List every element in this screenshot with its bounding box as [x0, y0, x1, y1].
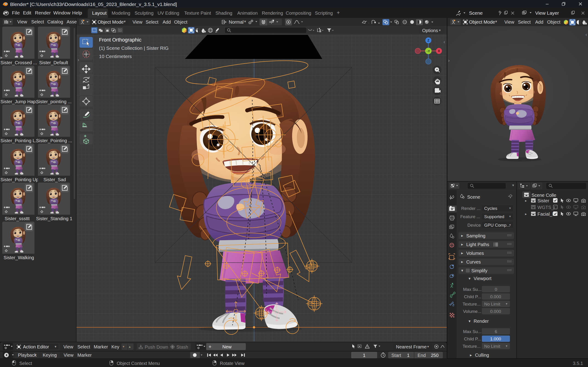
svg-text:-Y: -Y — [427, 49, 430, 53]
svg-text:Z: Z — [427, 39, 430, 42]
svg-text:X: X — [438, 49, 440, 53]
